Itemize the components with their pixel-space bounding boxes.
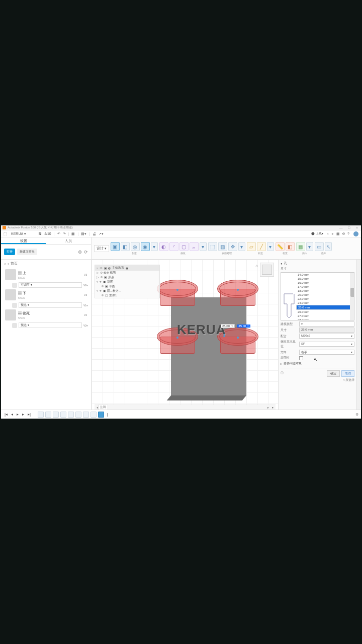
panel-title: ● 孔	[281, 261, 354, 266]
browser-tree[interactable]: ▿👁 ▣ ◐ 主体装置 ◉ ▷⚙命名视图 ▷👁 ▣ 原点 ▿👁 ▣ 草图 👁 ▣…	[95, 265, 160, 298]
size-listbox[interactable]: 14.0 mm 15.0 mm 16.0 mm 17.0 mm 18.0 mm …	[281, 272, 354, 320]
combine-tool[interactable]: ⩋	[190, 242, 199, 251]
dimension-input[interactable]: ▸ 25.00 m : 25.00 m	[218, 324, 250, 328]
timeline-settings-icon[interactable]: ⚙	[355, 413, 358, 417]
design-card[interactable]: ▤ 上 5/5/22 V3	[4, 268, 88, 282]
document-tabbar: ⬚ KERUA ▾ 🖫 4/10 | ↶ ↷ | ▦ | ▤▾ | 🖨 ↗▾ ⬤…	[1, 230, 361, 237]
panel-strip[interactable]	[356, 260, 361, 410]
more-icon[interactable]: ↗▾	[99, 232, 104, 236]
timeline-feature[interactable]	[75, 412, 81, 418]
doc-icon[interactable]: ▤▾	[81, 232, 86, 236]
measure-tool[interactable]: 📏	[276, 242, 285, 251]
new-folder-button[interactable]: 新建文件夹	[17, 249, 37, 255]
insert-more[interactable]: ▾	[306, 242, 313, 251]
viewcube-home-icon[interactable]: ⌂	[255, 264, 258, 268]
undo-icon[interactable]: ↶	[57, 232, 60, 236]
hole-tool[interactable]: ◉	[141, 242, 150, 251]
objects-row[interactable]: ▸ 要协同选对象	[281, 361, 354, 366]
plane-tool[interactable]: ▱	[247, 242, 256, 251]
fillet-tool[interactable]: ◜	[169, 242, 178, 251]
print-icon[interactable]: 🖨	[93, 232, 96, 235]
cancel-button[interactable]: 取消	[341, 370, 354, 377]
design-card[interactable]: ▤ 锁死 5/5/22 V2	[4, 308, 88, 322]
size-input[interactable]: 25.0 mm	[299, 328, 354, 333]
notify-icon[interactable]: ⏲	[342, 232, 345, 235]
minimize-button[interactable]: —	[338, 226, 343, 229]
workspace-select[interactable]: 设计 ▾	[94, 245, 109, 252]
tl-prev-icon[interactable]: ◂	[10, 412, 14, 417]
create-more[interactable]: ▾	[151, 242, 158, 251]
axis-tool[interactable]: ╱	[257, 242, 266, 251]
redo-icon[interactable]: ↷	[63, 232, 66, 236]
extrude-tool[interactable]: ◧	[121, 242, 130, 251]
timeline-feature-current[interactable]	[98, 412, 104, 418]
ribbon-tools: 设计 ▾ ▣ ◧ ◎ ◉ ▾ 创建 ◐ ◜ ▢ ⩋ ▾ 修改 ⬚ ▥ ✥ ▾ 表…	[92, 237, 361, 259]
section-tool[interactable]: ◧	[286, 242, 295, 251]
left-tab-data[interactable]: 设置	[1, 237, 46, 244]
timeline-feature[interactable]	[45, 412, 51, 418]
tol-select[interactable]: SP ▾	[299, 342, 354, 347]
modify-more[interactable]: ▾	[200, 242, 207, 251]
right-qat: ⬤ 上线▾ × ＋ ▦ ⏲ ?	[310, 231, 358, 236]
home-icon[interactable]: ⌂	[4, 262, 6, 266]
timeline-feature[interactable]	[83, 412, 89, 418]
scrollbar[interactable]	[350, 273, 354, 320]
timeline-feature[interactable]	[60, 412, 66, 418]
grid-icon[interactable]: ▦	[71, 232, 75, 236]
tl-start-icon[interactable]: |◂	[4, 412, 9, 417]
presspull-tool[interactable]: ◐	[159, 242, 168, 251]
gizmo-icon[interactable]: ⬇	[222, 333, 226, 338]
select-tool[interactable]: ▭	[315, 242, 324, 251]
online-tab[interactable]: ⬤ 上线▾	[310, 231, 325, 236]
dir-select[interactable]: 右手 ▾	[299, 350, 354, 355]
revolve-tool[interactable]: ◎	[131, 242, 140, 251]
thumb-icon	[5, 309, 16, 320]
chevron-down-icon: ▾	[24, 232, 26, 236]
timeline-feature[interactable]	[90, 412, 97, 418]
card-config[interactable]: 可调节 ▾ V2▾	[12, 282, 88, 288]
shell-tool[interactable]: ▢	[179, 242, 189, 251]
move-tool[interactable]: ✥	[228, 242, 237, 251]
titlebar: Autodesk Fusion 360 (个人版 不可用于商业用途) — □ ×	[1, 225, 361, 230]
size-selected: 25.0 mm	[296, 305, 354, 310]
tl-play-icon[interactable]: ▸	[16, 412, 20, 417]
card-config[interactable]: 预览 ▾ V2▾	[12, 323, 88, 328]
timeline-feature[interactable]	[53, 412, 59, 418]
appearance-tool[interactable]: ▦	[296, 242, 305, 251]
avatar[interactable]	[353, 231, 358, 236]
assemble-more[interactable]: ▾	[238, 242, 245, 251]
remember-checkbox[interactable]	[299, 356, 303, 360]
save-icon[interactable]: 🖫	[38, 232, 42, 235]
tab-close-icon[interactable]: ×	[327, 232, 329, 235]
left-tab-people[interactable]: 人员	[46, 237, 92, 244]
design-card[interactable]: ▤ 下 5/5/22 V3	[4, 288, 88, 302]
comments-tab[interactable]: 注释	[98, 405, 108, 410]
pattern-tool[interactable]: ⬚	[208, 242, 217, 251]
breadcrumb[interactable]: ⌂ › 首页	[4, 261, 88, 266]
expand-icon[interactable]: ▸ ●	[267, 406, 274, 409]
ok-button[interactable]: 确定	[327, 370, 340, 377]
fit-select[interactable]: M20x2 ▾	[299, 334, 354, 339]
help-icon[interactable]: ?	[347, 232, 349, 235]
open-button[interactable]: 打开	[4, 249, 15, 255]
construct-more[interactable]: ▾	[267, 242, 274, 251]
timeline-feature[interactable]	[38, 412, 44, 418]
sketch-tool[interactable]: ▣	[111, 242, 120, 251]
modeled-select[interactable]: ▾	[299, 321, 354, 327]
gear-icon[interactable]: ⚙	[78, 250, 82, 255]
extensions-icon[interactable]: ▦	[336, 232, 340, 236]
card-config[interactable]: 预览 ▾ V1▾	[12, 302, 88, 308]
dashboard-icon[interactable]: ⬚	[4, 232, 7, 236]
mini-thumb	[12, 283, 17, 288]
select-more[interactable]: ↖	[325, 242, 332, 251]
close-button[interactable]: ×	[354, 226, 359, 229]
mirror-tool[interactable]: ▥	[218, 242, 227, 251]
maximize-button[interactable]: □	[346, 226, 351, 229]
info-icon[interactable]: ⓘ	[281, 371, 284, 375]
document-tab[interactable]: KERUA ▾	[9, 232, 28, 236]
tl-next-icon[interactable]: ▸	[21, 412, 25, 417]
refresh-icon[interactable]: ⟳	[84, 250, 88, 255]
new-tab-icon[interactable]: ＋	[331, 231, 334, 236]
tl-end-icon[interactable]: ▸|	[27, 412, 32, 417]
timeline-feature[interactable]	[68, 412, 74, 418]
